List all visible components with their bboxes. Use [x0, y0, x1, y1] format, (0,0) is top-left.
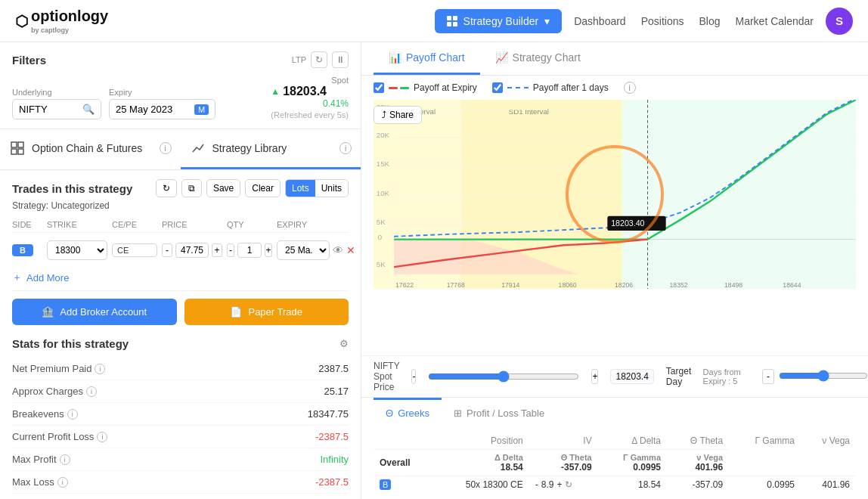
svg-text:18644: 18644 — [783, 281, 801, 289]
tab-payoff-chart[interactable]: 📊 Payoff Chart — [374, 42, 480, 75]
target-minus-button[interactable]: - — [762, 369, 773, 384]
save-button[interactable]: Save — [206, 179, 240, 197]
price-minus-button[interactable]: - — [162, 243, 172, 257]
spot-plus-button[interactable]: + — [591, 369, 598, 384]
broker-buttons: 🏦 Add Broker Account 📄 Paper Trade — [12, 299, 349, 325]
qty-plus-button[interactable]: + — [265, 243, 272, 257]
clear-button[interactable]: Clear — [245, 179, 281, 197]
add-broker-account-button[interactable]: 🏦 Add Broker Account — [12, 299, 177, 325]
add-more-row[interactable]: ＋ Add More — [12, 265, 349, 291]
row-refresh-icon[interactable]: ↻ — [565, 479, 572, 490]
paper-trade-button[interactable]: 📄 Paper Trade — [184, 299, 349, 325]
pause-icon[interactable]: ⏸ — [332, 51, 349, 68]
stat-value: 18347.75 — [308, 408, 349, 420]
strategy-chart-label: Strategy Chart — [513, 51, 581, 64]
option-chain-info-icon[interactable]: i — [160, 142, 172, 154]
position-col-header: Position — [432, 432, 529, 450]
left-panel: Filters LTP ↻ ⏸ Underlying 🔍 Expiry — [0, 42, 361, 499]
tab-strategy-chart[interactable]: 📈 Strategy Chart — [480, 42, 596, 75]
theta-col-header: Θ Theta — [667, 432, 729, 450]
days-from-expiry: Days from Expiry : 5 — [703, 367, 758, 386]
chart-info-icon[interactable]: i — [624, 82, 636, 94]
spot-change: 0.41% — [271, 98, 349, 109]
svg-rect-1 — [18, 142, 23, 147]
stat-info-icon[interactable]: i — [57, 477, 68, 488]
strategy-builder-button[interactable]: Strategy Builder ▾ — [435, 9, 563, 33]
table-icon: ⊞ — [454, 408, 462, 419]
positions-link[interactable]: Positions — [641, 15, 684, 27]
spot-slider[interactable] — [428, 370, 579, 383]
price-header: PRICE — [162, 220, 222, 229]
copy-button[interactable]: ⧉ — [181, 179, 202, 197]
strategy-tag: Strategy: Uncategorized — [12, 200, 349, 211]
market-calendar-link[interactable]: Market Calendar — [736, 15, 814, 27]
spot-price: 18203.4 — [283, 85, 327, 98]
share-icon: ⤴ — [382, 110, 386, 120]
expiry-select[interactable]: 25 Ma... — [277, 240, 330, 260]
chart-tabs: 📊 Payoff Chart 📈 Strategy Chart — [361, 42, 868, 76]
spot-value-row: ▲ 18203.4 — [271, 85, 349, 98]
trades-title: Trades in this strategy — [12, 182, 132, 195]
chart-icon — [190, 140, 206, 157]
strike-select[interactable]: 18300 — [47, 240, 107, 260]
delete-icon[interactable]: ✕ — [346, 244, 355, 256]
strategy-label: Strategy: — [12, 200, 48, 211]
month-badge: M — [194, 104, 209, 115]
list-item: B 50x 18300 CE - 8.9 + ↻ 18.54 — [374, 476, 856, 494]
stat-label: Max Profiti — [12, 454, 70, 465]
chart-container: SD2 Interval SD1 Interval 25K 20K 15K 10… — [361, 100, 868, 355]
svg-rect-6 — [622, 100, 856, 289]
stats-section: Stats for this strategy ⚙ Net Premium Pa… — [12, 337, 349, 499]
stats-header: Stats for this strategy ⚙ — [12, 337, 349, 350]
price-plus-button[interactable]: + — [212, 243, 222, 257]
svg-rect-3 — [18, 149, 23, 154]
stat-row: Approx Chargesi25.17 — [12, 380, 349, 403]
legend-1day-label: Payoff after 1 days — [533, 82, 609, 93]
tab-strategy-library[interactable]: Strategy Library i — [181, 129, 361, 169]
gamma-col-header: Γ Gamma — [729, 432, 801, 450]
trades-section: Trades in this strategy ↻ ⧉ Save Clear L… — [0, 170, 361, 499]
stat-info-icon[interactable]: i — [60, 454, 70, 465]
tab-greeks[interactable]: Θ Greeks — [374, 398, 442, 426]
tab-option-chain[interactable]: Option Chain & Futures i — [0, 129, 181, 169]
eye-icon[interactable]: 👁 — [333, 244, 343, 256]
units-button[interactable]: Units — [315, 180, 348, 197]
target-slider[interactable] — [779, 370, 868, 382]
logo-text: optionlogy — [31, 8, 108, 24]
refresh-icon[interactable]: ↻ — [311, 51, 327, 68]
nav-links: Dashboard Positions Blog Market Calendar — [574, 15, 814, 27]
qty-input[interactable] — [237, 243, 262, 258]
svg-text:5K: 5K — [377, 260, 386, 268]
stat-info-icon[interactable]: i — [67, 409, 78, 420]
legend-expiry-line2 — [400, 87, 409, 89]
stat-value: 2387.5 — [318, 363, 349, 374]
expiry-header: EXPIRY — [277, 220, 349, 229]
legend-1day-checkbox[interactable] — [492, 82, 503, 93]
blog-link[interactable]: Blog — [699, 15, 720, 27]
cepe-badge[interactable]: CE — [112, 243, 157, 257]
spot-arrow: ▲ — [271, 86, 280, 97]
stat-info-icon[interactable]: i — [95, 364, 105, 374]
strategy-library-info-icon[interactable]: i — [339, 142, 352, 154]
tab-profit-loss[interactable]: ⊞ Profit / Loss Table — [442, 398, 556, 426]
stat-info-icon[interactable]: i — [97, 432, 107, 442]
gear-icon[interactable]: ⚙ — [339, 338, 349, 349]
payoff-chart-svg: SD2 Interval SD1 Interval 25K 20K 15K 10… — [374, 100, 856, 289]
expiry-input[interactable] — [116, 104, 191, 115]
legend-1day: Payoff after 1 days — [492, 82, 609, 93]
grid-small-icon — [9, 140, 26, 157]
strategy-builder-label: Strategy Builder — [463, 15, 539, 27]
price-input[interactable] — [175, 243, 209, 258]
lots-button[interactable]: Lots — [286, 180, 315, 197]
qty-minus-button[interactable]: - — [227, 243, 234, 257]
legend-expiry-checkbox[interactable] — [374, 82, 384, 93]
underlying-input[interactable] — [19, 104, 79, 115]
plus-icon: ＋ — [12, 271, 22, 284]
stat-value: -2387.5 — [315, 431, 349, 442]
share-button[interactable]: ⤴ Share — [374, 106, 422, 124]
stat-info-icon[interactable]: i — [86, 386, 97, 397]
logo: ⬡ optionlogy by captlogy — [15, 8, 108, 34]
dashboard-link[interactable]: Dashboard — [574, 15, 626, 27]
spot-minus-button[interactable]: - — [411, 369, 416, 384]
refresh-trades-button[interactable]: ↻ — [156, 179, 177, 197]
